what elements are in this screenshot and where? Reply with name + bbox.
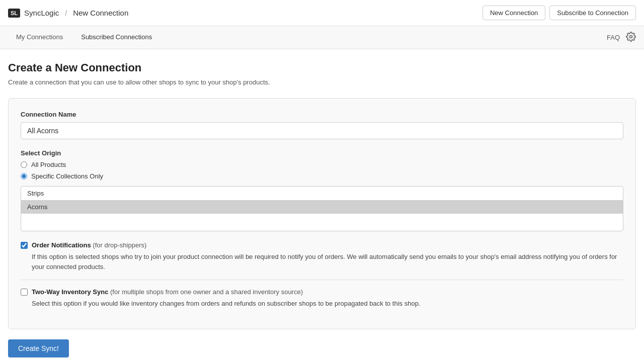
two-way-sync-text: Two-Way Inventory Sync (for multiple sho… xyxy=(32,288,303,296)
nav-tabs: My Connections Subscribed Connections FA… xyxy=(0,26,644,49)
radio-specific-collections-label: Specific Collections Only xyxy=(31,172,103,180)
origin-specific-collections[interactable]: Specific Collections Only xyxy=(21,172,623,180)
breadcrumb-current: New Connection xyxy=(73,9,128,17)
radio-all-products-label: All Products xyxy=(31,161,66,168)
header-actions: New Connection Subscribe to Connection xyxy=(482,6,636,20)
divider xyxy=(21,280,623,280)
select-origin-label: Select Origin xyxy=(21,149,623,157)
radio-all-products[interactable] xyxy=(21,161,27,168)
tabs-list: My Connections Subscribed Connections xyxy=(8,28,160,47)
main-content: Create a New Connection Create a connect… xyxy=(0,49,644,362)
faq-link[interactable]: FAQ xyxy=(607,34,620,41)
create-sync-button[interactable]: Create Sync! xyxy=(8,339,69,357)
logo: SL xyxy=(8,9,20,18)
page-subtitle: Create a connection that you can use to … xyxy=(8,78,636,86)
connection-name-input[interactable] xyxy=(21,122,623,139)
subscribe-connection-button[interactable]: Subscribe to Connection xyxy=(549,6,636,20)
origin-all-products[interactable]: All Products xyxy=(21,161,623,168)
page-title: Create a New Connection xyxy=(8,61,636,74)
order-notifications-desc: If this option is selected shops who try… xyxy=(32,252,623,272)
nav-right: FAQ xyxy=(607,32,636,43)
connection-name-label: Connection Name xyxy=(21,111,623,118)
breadcrumb-separator: / xyxy=(65,9,67,17)
gear-icon[interactable] xyxy=(626,32,636,43)
svg-point-0 xyxy=(630,36,632,38)
collections-list: Strips Acorns xyxy=(21,186,623,231)
collection-item-strips[interactable]: Strips xyxy=(21,187,623,200)
two-way-sync-desc: Select this option if you would like inv… xyxy=(32,299,623,309)
tab-subscribed-connections[interactable]: Subscribed Connections xyxy=(73,28,160,47)
two-way-sync-option: Two-Way Inventory Sync (for multiple sho… xyxy=(21,288,623,309)
order-notifications-checkbox[interactable] xyxy=(21,242,28,249)
form-card: Connection Name Select Origin All Produc… xyxy=(8,98,636,329)
tab-my-connections[interactable]: My Connections xyxy=(8,28,71,47)
connection-name-group: Connection Name xyxy=(21,111,623,139)
two-way-sync-label[interactable]: Two-Way Inventory Sync (for multiple sho… xyxy=(21,288,623,296)
header-left: SL SyncLogic / New Connection xyxy=(8,9,128,18)
select-origin-group: Select Origin All Products Specific Coll… xyxy=(21,149,623,231)
origin-radio-group: All Products Specific Collections Only xyxy=(21,161,623,180)
header: SL SyncLogic / New Connection New Connec… xyxy=(0,0,644,26)
radio-specific-collections[interactable] xyxy=(21,173,27,179)
order-notifications-option: Order Notifications (for drop-shippers) … xyxy=(21,241,623,272)
app-name: SyncLogic xyxy=(24,9,59,17)
order-notifications-label[interactable]: Order Notifications (for drop-shippers) xyxy=(21,241,623,249)
order-notifications-text: Order Notifications (for drop-shippers) xyxy=(32,241,146,249)
new-connection-button[interactable]: New Connection xyxy=(482,6,545,20)
collection-item-acorns[interactable]: Acorns xyxy=(21,200,623,214)
two-way-sync-checkbox[interactable] xyxy=(21,289,28,296)
